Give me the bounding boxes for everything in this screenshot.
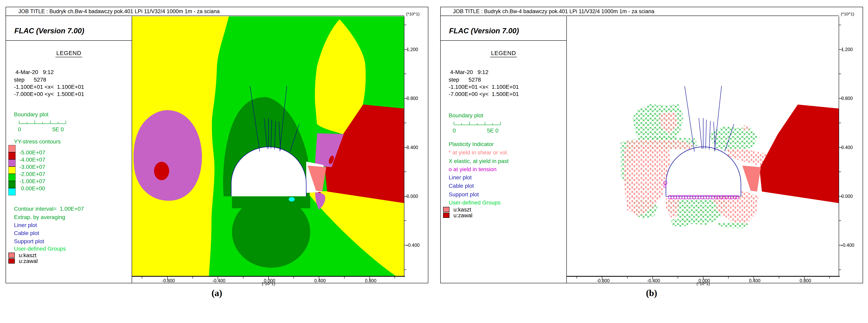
group-swatch-zawal [443, 213, 450, 218]
timestamp: 4-Mar-20 9:12 [449, 69, 488, 75]
contour-swatch [8, 145, 16, 152]
x-axis-unit: (*10^1) [693, 281, 713, 286]
job-title: JOB TITLE : Budryk ch.Bw-4 badawczy pok.… [453, 8, 654, 14]
step-counter: step 5278 [449, 77, 481, 83]
y-tick-label: 0.400 [841, 145, 862, 150]
group-label: u:zawal [454, 212, 472, 219]
support-plot-label: Support plot [14, 238, 44, 245]
legend-panel: FLAC (Version 7.00) LEGEND 4-Mar-20 9:12… [441, 17, 567, 283]
x-tick-label: 0.800 [795, 278, 815, 284]
contour-value: 0.00E+00 [21, 185, 45, 192]
boundary-plot-label: Boundary plot [14, 111, 49, 118]
groups-title: User-defined Groups [14, 246, 66, 252]
boundary-scale-bar [19, 119, 67, 124]
contour-swatch [8, 181, 16, 188]
group-label: u:zawal [19, 258, 38, 264]
app-heading: FLAC (Version 7.00) [449, 27, 519, 35]
x-tick-label: -0.400 [644, 278, 663, 284]
cable-plot-label: Cable plot [449, 183, 474, 189]
contour-value: -5.00E+07 [19, 150, 45, 156]
contour-title: YY-stress contours [14, 139, 61, 144]
y-tick-label: -0.400 [407, 243, 428, 248]
y-axis-unit: (*10^1) [406, 11, 420, 17]
x-tick-label: 0.400 [745, 278, 765, 284]
group-swatch-kaszt [8, 253, 15, 258]
plasticity-shear-label: * at yield in shear or vol. [449, 150, 508, 156]
plasticity-title: Plasticity Indicator [449, 141, 494, 147]
legend-panel: FLAC (Version 7.00) LEGEND 4-Mar-20 9:12… [6, 17, 132, 283]
groups-title: User-defined Groups [449, 200, 500, 206]
subfigure-caption-b: (b) [631, 288, 672, 298]
x-tick-label: -0.800 [158, 278, 178, 284]
y-range: -7.000E+00 <y< 1.500E+01 [14, 91, 84, 97]
contour-color-scale: -5.00E+07 -4.00E+07 -3.00E+07 -2.00E+07 … [8, 145, 76, 197]
legend-divider [441, 40, 566, 41]
x-tick-label: -0.800 [593, 278, 613, 284]
contour-value: -4.00E+07 [19, 157, 45, 163]
y-tick-label: 1.200 [841, 47, 862, 52]
job-title: JOB TITLE : Budryk ch.Bw-4 badawczy pok.… [18, 8, 220, 14]
support-plot-label: Support plot [449, 192, 479, 197]
timestamp: 4-Mar-20 9:12 [14, 69, 54, 75]
extrap-label: Extrap. by averaging [14, 214, 65, 220]
contour-value: -2.00E+07 [19, 171, 45, 177]
x-tick-label: 0.400 [310, 278, 330, 284]
y-tick-label: -0.400 [841, 243, 862, 248]
contour-value: -3.00E+07 [19, 164, 45, 170]
liner-plot-label: Liner plot [14, 222, 37, 228]
contour-swatch [8, 152, 16, 159]
x-tick-label: 0.800 [361, 278, 381, 284]
scale-max: 5E 0 [52, 127, 64, 132]
contour-value: -1.00E+07 [19, 178, 45, 185]
contour-swatch [8, 174, 16, 181]
scale-max: 5E 0 [487, 128, 499, 134]
plasticity-plot [567, 17, 850, 284]
y-axis-unit: (*10^1) [841, 11, 854, 17]
contour-regions [132, 17, 404, 277]
legend-heading: LEGEND [6, 50, 132, 57]
step-counter: step 5278 [14, 77, 46, 83]
y-range: -7.000E+00 <y< 1.500E+01 [449, 91, 519, 97]
scale-zero: 0 [18, 127, 21, 132]
contour-swatch [8, 159, 16, 167]
figure-canvas: JOB TITLE : Budryk ch.Bw-4 badawczy pok.… [0, 0, 868, 323]
app-heading: FLAC (Version 7.00) [14, 27, 84, 35]
liner-plot-label: Liner plot [449, 174, 472, 181]
flac-panel-a: JOB TITLE : Budryk ch.Bw-4 badawczy pok.… [6, 7, 428, 283]
y-tick-label: 0.000 [407, 194, 428, 199]
legend-divider [6, 40, 132, 41]
y-tick-label: 0.800 [841, 96, 862, 101]
y-tick-label: 0.000 [841, 194, 862, 199]
flac-panel-b: JOB TITLE : Budryk ch.Bw-4 badawczy pok.… [440, 7, 863, 283]
contour-swatch [8, 188, 16, 195]
scale-zero: 0 [453, 128, 456, 134]
legend-heading: LEGEND [441, 50, 566, 57]
plasticity-elastic-label: X elastic, at yield in past [449, 158, 508, 164]
contour-interval: Contour interval= 1.00E+07 [14, 206, 84, 212]
group-label: u:kaszt [19, 252, 36, 259]
stress-contour-plot [132, 17, 415, 284]
cable-plot-label: Cable plot [14, 230, 39, 236]
x-range: -1.100E+01 <x< 1.100E+01 [14, 84, 84, 90]
group-swatch-zawal [8, 258, 15, 263]
job-title-bar: JOB TITLE : Budryk ch.Bw-4 badawczy pok.… [441, 7, 839, 16]
boundary-plot-label: Boundary plot [449, 112, 483, 119]
group-swatch-kaszt [443, 207, 450, 212]
plasticity-tension-label: o at yield in tension [449, 166, 497, 172]
group-label: u:kaszt [454, 206, 471, 213]
x-tick-label: -0.400 [209, 278, 229, 284]
x-axis-unit: (*10^1) [258, 281, 278, 286]
y-tick-label: 0.400 [407, 145, 428, 150]
y-tick-label: 1.200 [407, 47, 428, 52]
contour-swatch [8, 167, 16, 174]
boundary-scale-bar [454, 120, 501, 125]
job-title-bar: JOB TITLE : Budryk ch.Bw-4 badawczy pok.… [6, 7, 404, 16]
y-tick-label: 0.800 [407, 96, 428, 101]
subfigure-caption-a: (a) [197, 288, 237, 298]
x-range: -1.100E+01 <x< 1.100E+01 [449, 84, 519, 90]
